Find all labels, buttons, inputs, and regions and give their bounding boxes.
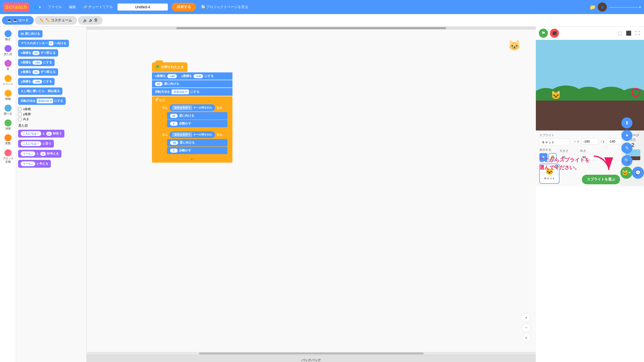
sensing-circle (5, 105, 12, 112)
show-section: 表示する 👁 🙈 (539, 148, 556, 161)
set-xy-block[interactable]: x座標を -180 、y座標を -140 にする (152, 72, 232, 80)
random-sprite-button[interactable]: ✦ (621, 130, 632, 141)
forever-block[interactable]: ずっと もし 右向き矢印 ▾ キーが押された なら (152, 96, 232, 163)
globe-button[interactable]: 🌐 ▾ (31, 4, 43, 11)
block-rotation-style[interactable]: 回転方法を 左右のみ ▾ にする (18, 96, 84, 106)
green-flag-button[interactable]: ⚑ (539, 29, 548, 38)
zoom-controls: + − = (522, 313, 531, 342)
chat-button[interactable]: 💬 (632, 167, 644, 179)
sprite-thumb-cat[interactable]: 🗑 🐱 キャット (539, 164, 559, 184)
right-panel: ⚑ ⬛ ⬚ ⬛ ⛶ 🐱 (536, 27, 644, 362)
add-sprite-button[interactable]: スプライトを選ぶ (582, 175, 620, 184)
small-stage-button[interactable]: ⬚ (617, 29, 623, 37)
block-if-on-edge[interactable]: もし端に着いたら、跳ね返る (18, 87, 84, 96)
sound-icon: 🔊 (83, 18, 87, 22)
if-block-2[interactable]: もし 左向き矢印 ▾ キーが押された なら -90 度に向ける (160, 130, 229, 156)
if1-move-block[interactable]: 5 歩動かす (167, 120, 227, 127)
block-turn-degrees[interactable]: 90 度に向ける (18, 29, 84, 38)
size-label: 大きさ (559, 149, 577, 153)
tab-code[interactable]: 💻 💻 コード (2, 16, 34, 25)
block-think-for-secs[interactable]: うーん... と 2 秒考える (18, 149, 84, 158)
if-block-1[interactable]: もし 右向き矢印 ▾ キーが押された なら 90 度に向ける (160, 103, 229, 129)
checkbox-x[interactable]: x座標 (18, 107, 84, 111)
folder-button[interactable]: 📁 (589, 4, 596, 10)
tutorial-button[interactable]: ✨ チュートリアル (80, 3, 115, 11)
bottom-scrollbar[interactable] (87, 352, 536, 355)
tab-sound[interactable]: 🔊 🔊 音 (78, 16, 103, 25)
code-canvas[interactable]: 🐱 ⚑ が押されたとき x座標を -180 、y座標を -140 にする (87, 30, 536, 355)
block-think[interactable]: うーん... と考える (18, 159, 84, 168)
block-point-towards[interactable]: マウスのポインター ▾ へ向ける (18, 39, 84, 48)
sidebar-item-sound[interactable]: 音 (1, 58, 15, 72)
sidebar-item-motion[interactable]: 動き (1, 29, 15, 42)
sidebar-item-myblocks[interactable]: ブロック定義 (1, 148, 15, 165)
direction-label: 向き (580, 149, 598, 153)
canvas-cat-icon: 🐱 (508, 40, 521, 52)
zoom-out-button[interactable]: − (522, 323, 531, 332)
variables-separator: x座標 y座標 向き (18, 107, 84, 121)
checkbox-direction[interactable]: 向き (18, 117, 84, 121)
draw-sprite-button[interactable]: ✎ (621, 143, 632, 154)
set-direction-block[interactable]: 90 度に向ける (152, 80, 232, 87)
globe-icon: 🌐 (34, 5, 38, 9)
file-menu[interactable]: ファイル (45, 3, 64, 11)
username-button[interactable]: ————————— ▾ (609, 5, 641, 9)
scrollbar-thumb[interactable] (176, 27, 446, 29)
sprite-size-input[interactable] (559, 154, 577, 160)
code-block-stack[interactable]: ⚑ が押されたとき x座標を -180 、y座標を -140 にする 90 度に… (152, 62, 232, 163)
sprite-x-input[interactable] (581, 138, 598, 145)
block-set-x[interactable]: x座標を -180 にする (18, 58, 84, 67)
direction-section: 向き (580, 149, 598, 160)
sprite-direction-input[interactable] (580, 154, 598, 160)
show-button[interactable]: 👁 (539, 153, 547, 161)
costume-icon: ✏️ (40, 18, 44, 22)
horizontal-scrollbar[interactable] (87, 27, 536, 30)
if1-body: 90 度に向ける 5 歩動かす (167, 112, 227, 127)
hide-button[interactable]: 🙈 (548, 153, 556, 161)
edit-menu[interactable]: 編集 (66, 3, 78, 11)
upload-sprite-button[interactable]: ⬆ (621, 117, 632, 128)
sidebar-item-operators[interactable]: 演算 (1, 118, 15, 132)
sprite-name-input[interactable] (539, 139, 570, 146)
block-change-y[interactable]: y座標を 10 ずつ変える (18, 68, 84, 76)
sidebar-item-looks[interactable]: 見た目 (1, 43, 15, 57)
large-stage-button[interactable]: ⬛ (625, 29, 632, 37)
backpack-bar[interactable]: バックパック (87, 355, 536, 362)
if2-body: -90 度に向ける 5 歩動かす (167, 139, 227, 154)
code-icon: 💻 (7, 18, 11, 22)
if2-direction-block[interactable]: -90 度に向ける (167, 139, 227, 146)
tab-costume[interactable]: ✏️ ✏️ コスチューム (35, 16, 77, 25)
if2-move-block[interactable]: 5 歩動かす (167, 147, 227, 154)
sidebar-item-variables[interactable]: 変数 (1, 133, 15, 147)
block-say-for-secs[interactable]: こんにちは！ と 2 秒言う (18, 129, 84, 138)
if1-direction-block[interactable]: 90 度に向ける (167, 112, 227, 119)
block-change-x[interactable]: x座標を 10 ずつ変える (18, 49, 84, 57)
zoom-in-button[interactable]: + (522, 313, 531, 322)
top-navigation: Scratch 🌐 ▾ ファイル 編集 ✨ チュートリアル 共有する 🔄 プロジ… (0, 0, 644, 14)
bottom-scrollbar-thumb[interactable] (199, 352, 424, 354)
sprite-label: スプライト (539, 133, 570, 138)
sidebar-item-control[interactable]: 制御 (1, 88, 15, 102)
nav-right: 📁 👤 ————————— ▾ (589, 3, 641, 12)
checkbox-y[interactable]: y座標 (18, 112, 84, 116)
hat-block[interactable]: ⚑ が押されたとき (152, 62, 187, 72)
block-say[interactable]: こんにちは！ と言う (18, 139, 84, 148)
project-page-button[interactable]: 🔄 プロジェクトページを見る (198, 3, 252, 11)
share-button[interactable]: 共有する (172, 3, 196, 11)
block-categories-sidebar: 動き 見た目 音 イベント 制御 調べる 演算 変数 (0, 27, 16, 362)
search-sprite-button[interactable]: 🔍 (621, 155, 632, 166)
variables-circle (5, 134, 12, 141)
sprite-delete-button[interactable]: 🗑 (554, 165, 558, 169)
control-circle (5, 90, 12, 97)
zoom-reset-button[interactable]: = (522, 333, 531, 342)
scratch-logo[interactable]: Scratch (3, 3, 29, 12)
set-rotation-block[interactable]: 回転方法を 左右のみ ▾ にする (152, 88, 232, 96)
sidebar-item-events[interactable]: イベント (1, 73, 15, 87)
stage-canvas: 🐱 (536, 40, 644, 130)
project-name-input[interactable] (117, 4, 168, 11)
sidebar-item-sensing[interactable]: 調べる (1, 103, 15, 117)
cat-add-button[interactable]: 🐱+ (620, 167, 632, 179)
stop-button[interactable]: ⬛ (550, 29, 559, 38)
block-set-y[interactable]: y座標を -140 にする (18, 77, 84, 86)
fullscreen-button[interactable]: ⛶ (634, 30, 641, 37)
